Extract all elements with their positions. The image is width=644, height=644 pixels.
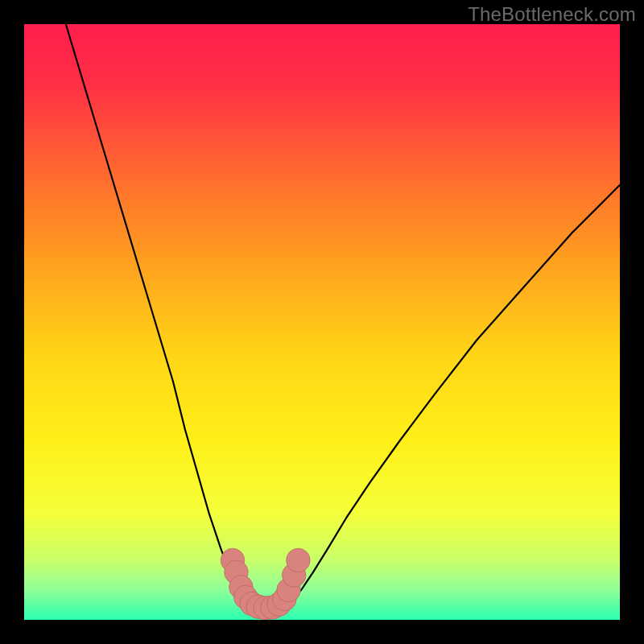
plot-area [24, 24, 620, 620]
highlight-marker [287, 548, 311, 572]
gradient-background [24, 24, 620, 620]
chart-frame: TheBottleneck.com [0, 0, 644, 644]
watermark-text: TheBottleneck.com [468, 3, 636, 26]
chart-svg [24, 24, 620, 620]
